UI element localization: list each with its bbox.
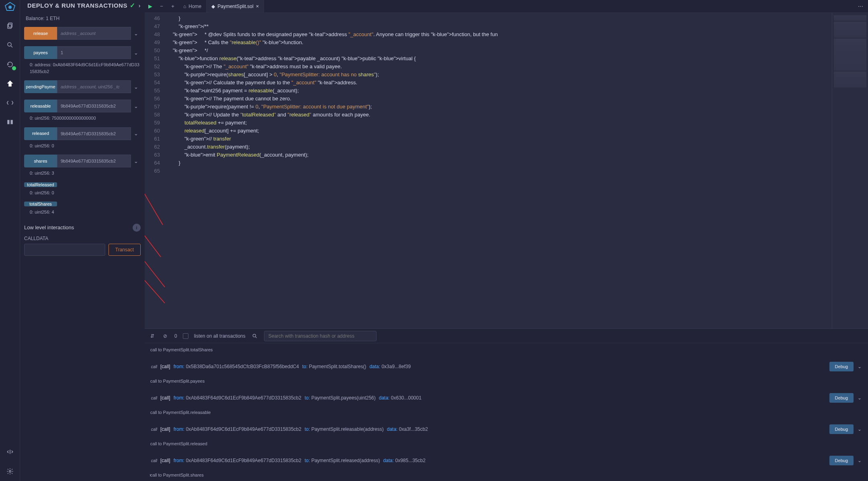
chevron-down-icon[interactable]: ⌄ <box>131 80 141 93</box>
balance-text: Balance: 1 ETH <box>26 16 141 21</box>
log-entry: call[call]from: 0xAb8483F64d9C6d1EcF9b84… <box>149 419 863 440</box>
code-editor[interactable]: 4647484950515253545556575859606162636465… <box>145 13 832 328</box>
call-tag: call <box>151 459 157 463</box>
fn-releasable-input[interactable] <box>57 100 131 112</box>
tab-bar: ▶ − + ⌂ Home ◆ PaymentSplit.sol × ⋯ <box>145 0 868 13</box>
fn-totalReleased-result: 0: uint256: 0 <box>30 190 141 196</box>
listen-checkbox[interactable] <box>183 333 188 339</box>
fn-shares-input[interactable] <box>57 155 131 167</box>
calldata-input[interactable] <box>24 244 105 256</box>
fn-releasable-result: 0: uint256: 750000000000000000 <box>30 115 141 122</box>
fn-shares-button[interactable]: shares <box>24 155 57 167</box>
fn-release-input[interactable] <box>57 27 131 40</box>
log-entry: call[call]from: 0xAb8483F64d9C6d1EcF9b84… <box>149 450 863 471</box>
run-icon[interactable]: ▶ <box>145 0 156 12</box>
fn-totalShares-result: 0: uint256: 4 <box>30 209 141 216</box>
chevron-down-icon[interactable]: ⌄ <box>858 395 862 401</box>
fn-payees-result: 0: address: 0xAb8483F64d9C6d1EcF9b849Ae6… <box>30 61 141 75</box>
svg-point-0 <box>8 6 12 9</box>
fn-totalReleased-button[interactable]: totalReleased <box>24 182 57 187</box>
chevron-down-icon[interactable]: ⌄ <box>131 127 141 140</box>
log-line: call to PaymentSplit.shares <box>150 473 863 477</box>
settings-icon[interactable] <box>4 466 16 477</box>
chevron-down-icon[interactable]: ⌄ <box>858 426 862 432</box>
log-entry: call[call]from: 0xAb8483F64d9C6d1EcF9b84… <box>149 387 863 408</box>
fn-released-result: 0: uint256: 0 <box>30 143 141 149</box>
chevron-down-icon[interactable]: ⌄ <box>131 100 141 112</box>
debug-button[interactable]: Debug <box>829 456 854 465</box>
search-icon[interactable] <box>4 39 16 51</box>
collapse-icon[interactable]: ⇵ <box>149 333 156 339</box>
debugger-icon[interactable] <box>4 97 16 108</box>
fn-payees-input[interactable] <box>57 46 131 59</box>
chevron-down-icon[interactable]: ⌄ <box>858 364 862 369</box>
debug-button[interactable]: Debug <box>829 393 854 403</box>
terminal-search-input[interactable] <box>264 331 377 341</box>
tab-home[interactable]: ⌂ Home <box>178 0 207 12</box>
log-line: call to PaymentSplit.released <box>150 441 863 446</box>
call-tag: call <box>151 427 157 432</box>
zoom-in-icon[interactable]: + <box>167 0 178 12</box>
svg-point-6 <box>9 471 11 473</box>
pending-count: 0 <box>174 333 177 339</box>
compiler-icon[interactable] <box>4 59 16 70</box>
library-icon[interactable] <box>4 116 16 128</box>
calldata-label: CALLDATA <box>24 236 141 241</box>
activity-bar <box>0 0 20 481</box>
svg-line-4 <box>11 46 12 47</box>
fn-releasable-button[interactable]: releasable <box>24 100 57 112</box>
svg-point-3 <box>8 43 11 46</box>
plugin-icon[interactable] <box>4 446 16 458</box>
chevron-down-icon[interactable]: ⌄ <box>131 46 141 59</box>
line-gutter: 4647484950515253545556575859606162636465 <box>145 13 165 328</box>
tab-file[interactable]: ◆ PaymentSplit.sol × <box>207 0 264 12</box>
panel-title: DEPLOY & RUN TRANSACTIONS ✓ › <box>27 2 141 9</box>
code-content[interactable]: } "k-green">/**"k-green"> * @dev Splits … <box>165 13 832 328</box>
fn-released-input[interactable] <box>57 127 131 140</box>
log-line: call to PaymentSplit.totalShares <box>150 347 863 352</box>
call-tag: call <box>151 365 157 369</box>
remix-logo-icon[interactable] <box>4 2 16 14</box>
chevron-down-icon[interactable]: ⌄ <box>131 155 141 167</box>
fn-shares-result: 0: uint256: 3 <box>30 170 141 177</box>
listen-label: listen on all transactions <box>194 333 246 339</box>
deploy-icon[interactable] <box>4 78 16 89</box>
transact-button[interactable]: Transact <box>108 244 141 256</box>
close-icon[interactable]: × <box>256 3 259 9</box>
call-tag: call <box>151 396 157 400</box>
terminal-prompt[interactable]: › <box>149 472 151 478</box>
info-icon[interactable]: i <box>133 224 141 232</box>
minimap[interactable] <box>832 13 868 328</box>
terminal: ⇵ ⊘ 0 listen on all transactions call to… <box>145 328 868 481</box>
debug-button[interactable]: Debug <box>829 362 854 371</box>
fn-released-button[interactable]: released <box>24 127 57 140</box>
svg-line-8 <box>256 336 257 338</box>
debug-button[interactable]: Debug <box>829 424 854 434</box>
check-icon: ✓ <box>130 2 135 9</box>
log-line: call to PaymentSplit.releasable <box>150 410 863 415</box>
zoom-out-icon[interactable]: − <box>156 0 167 12</box>
files-icon[interactable] <box>4 20 16 31</box>
svg-rect-2 <box>8 24 11 29</box>
fn-payees-button[interactable]: payees <box>24 46 57 59</box>
svg-marker-5 <box>7 81 13 87</box>
chevron-down-icon[interactable]: ⌄ <box>858 458 862 463</box>
fn-pendingPayme-button[interactable]: pendingPayme <box>24 80 57 93</box>
chevron-right-icon[interactable]: › <box>139 2 141 9</box>
more-icon[interactable]: ⋯ <box>853 0 868 12</box>
log-line: call to PaymentSplit.payees <box>150 379 863 383</box>
fn-release-button[interactable]: release <box>24 27 57 40</box>
solidity-icon: ◆ <box>211 4 215 9</box>
low-level-header: Low level interactions i <box>24 224 141 232</box>
search-icon[interactable] <box>251 333 258 339</box>
chevron-down-icon[interactable]: ⌄ <box>131 27 141 40</box>
fn-totalShares-button[interactable]: totalShares <box>24 202 57 206</box>
deploy-panel: DEPLOY & RUN TRANSACTIONS ✓ › Balance: 1… <box>20 0 145 481</box>
svg-rect-1 <box>8 23 12 27</box>
fn-pendingPayme-input[interactable] <box>57 80 131 93</box>
log-entry: call[call]from: 0x5B38Da6a701c568545dCfc… <box>149 356 863 377</box>
home-icon: ⌂ <box>183 4 186 9</box>
svg-point-7 <box>253 334 256 337</box>
clear-icon[interactable]: ⊘ <box>162 333 169 339</box>
